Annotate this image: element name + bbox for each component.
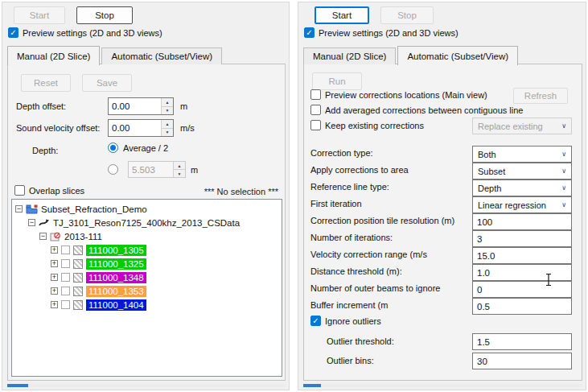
tree-line-item[interactable]: + 111000_1348	[47, 270, 282, 284]
save-button[interactable]: Save	[82, 74, 132, 92]
buffer-increment-input[interactable]	[472, 298, 572, 315]
overlap-slices-row: Overlap slices	[14, 185, 84, 196]
line-label[interactable]: 111000_1348	[86, 272, 146, 283]
distance-threshold-input[interactable]	[472, 264, 572, 281]
spin-up-icon[interactable]: ▲	[162, 98, 173, 107]
replace-existing-select[interactable]: Replace existing ∨	[472, 118, 572, 134]
add-averaged-corrections-checkbox[interactable]	[310, 105, 321, 115]
tree-item-day[interactable]: − 2013-111	[36, 229, 282, 243]
reset-button-label: Reset	[34, 78, 58, 88]
apply-corrections-area-select[interactable]: Subset ∨	[472, 163, 572, 179]
depth-fixed-option: ▲ ▼ m	[108, 161, 198, 178]
vessel-track-icon	[39, 218, 50, 227]
tree-item-vessel-label[interactable]: TJ_3101_Reson7125_400khz_2013_CSData	[53, 218, 240, 228]
collapse-icon[interactable]: −	[39, 233, 47, 240]
first-iteration-select[interactable]: Linear regression ∨	[472, 196, 572, 213]
preview-corrections-checkbox[interactable]	[310, 89, 321, 100]
preview-settings-checkbox[interactable]: ✓	[304, 27, 315, 38]
expand-icon[interactable]: +	[51, 274, 58, 281]
spin-down-icon[interactable]: ▼	[174, 170, 185, 177]
tree-line-item[interactable]: + 111000_1353	[47, 284, 282, 298]
expand-icon[interactable]: +	[51, 260, 58, 267]
expand-icon[interactable]: +	[51, 301, 58, 308]
keep-existing-corrections-checkbox[interactable]	[310, 120, 321, 130]
line-checkbox[interactable]	[61, 259, 70, 268]
start-button[interactable]: Start	[315, 6, 369, 24]
sound-velocity-offset-label: Sound velocity offset:	[16, 123, 100, 133]
spin-down-icon[interactable]: ▼	[162, 129, 173, 137]
outer-beams-ignore-input[interactable]	[472, 281, 572, 298]
line-label[interactable]: 111000_1325	[86, 258, 146, 270]
ignore-outliers-checkbox[interactable]: ✓	[310, 316, 321, 326]
tree-item-vessel[interactable]: − TJ_3101_Reson7125_400khz_2013_CSData	[25, 216, 282, 229]
tree-line-item[interactable]: + 111000_1325	[47, 257, 282, 270]
line-checkbox[interactable]	[61, 287, 70, 295]
depth-offset-input[interactable]	[109, 98, 161, 114]
outlier-threshold-input[interactable]	[472, 333, 572, 350]
first-iteration-value: Linear regression	[478, 200, 546, 210]
spin-down-icon[interactable]: ▼	[162, 107, 173, 115]
line-label[interactable]: 111000_1353	[86, 286, 146, 297]
depth-average-label: Average / 2	[123, 143, 168, 153]
collapse-icon[interactable]: −	[28, 219, 35, 226]
stop-button-label: Stop	[397, 10, 417, 20]
tab-automatic-subset-view[interactable]: Automatic (Subset/View)	[101, 47, 222, 64]
tree-line-item[interactable]: + 111000_1404	[47, 298, 282, 312]
tab-manual-2d-slice[interactable]: Manual (2D Slice)	[303, 47, 396, 64]
keep-existing-corrections-label: Keep existing corrections	[325, 121, 424, 130]
line-checkbox[interactable]	[61, 273, 70, 282]
collapse-icon[interactable]: −	[15, 205, 23, 213]
number-of-iterations-input[interactable]	[472, 230, 572, 247]
settings-tabbar: Manual (2D Slice) Automatic (Subset/View…	[303, 45, 518, 64]
buffer-increment-label: Buffer increment (m	[310, 300, 388, 310]
velocity-correction-range-input[interactable]	[472, 247, 572, 264]
preview-corrections-row: Preview corrections locations (Main view…	[310, 89, 487, 100]
tree-item-project[interactable]: − Subset_Refraction_Demo	[12, 202, 282, 216]
preview-settings-checkbox[interactable]: ✓	[8, 27, 19, 38]
tab-auto-label: Automatic (Subset/View)	[407, 52, 508, 61]
refresh-button[interactable]: Refresh	[513, 88, 568, 104]
tab-automatic-subset-view[interactable]: Automatic (Subset/View)	[397, 46, 518, 65]
tree-item-day-label[interactable]: 2013-111	[64, 232, 102, 241]
line-checkbox[interactable]	[61, 300, 70, 309]
refresh-button-label: Refresh	[524, 91, 557, 101]
reference-line-type-select[interactable]: Depth ∨	[472, 179, 572, 196]
day-folder-icon	[50, 232, 61, 241]
tree-line-item[interactable]: + 111000_1305	[47, 243, 282, 257]
scrollbar-thumb[interactable]	[7, 384, 28, 387]
start-button-label: Start	[30, 10, 49, 20]
manual-tab-content: Reset Save Depth offset: ▲ ▼ m Sound vel…	[7, 64, 286, 381]
spin-up-icon[interactable]: ▲	[162, 120, 173, 129]
expand-icon[interactable]: +	[51, 246, 58, 254]
line-label[interactable]: 111000_1404	[86, 299, 146, 311]
sound-velocity-offset-input[interactable]	[109, 120, 161, 136]
depth-fixed-radio[interactable]	[108, 164, 118, 175]
line-edit-icon	[73, 246, 83, 255]
line-edit-icon	[73, 259, 83, 269]
horizontal-scrollbar[interactable]	[303, 384, 582, 387]
stop-button[interactable]: Stop	[380, 6, 434, 24]
settings-tabbar: Manual (2D Slice) Automatic (Subset/View…	[7, 45, 222, 64]
tab-manual-2d-slice[interactable]: Manual (2D Slice)	[7, 46, 100, 65]
sound-velocity-offset-spinner: ▲ ▼	[108, 119, 174, 137]
outlier-bins-input[interactable]	[472, 353, 572, 369]
expand-icon[interactable]: +	[51, 287, 58, 295]
stop-button[interactable]: Stop	[76, 6, 133, 24]
start-button[interactable]: Start	[14, 6, 65, 24]
depth-average-radio[interactable]	[108, 142, 118, 153]
line-checkbox[interactable]	[61, 246, 70, 254]
correction-type-select[interactable]: Both ∨	[472, 146, 572, 163]
tile-resolution-input[interactable]	[472, 213, 572, 230]
line-label[interactable]: 111000_1305	[86, 245, 146, 256]
scrollbar-thumb[interactable]	[303, 384, 321, 387]
reset-button[interactable]: Reset	[21, 74, 71, 92]
run-button[interactable]: Run	[312, 72, 362, 90]
tree-item-project-label[interactable]: Subset_Refraction_Demo	[41, 204, 147, 214]
automatic-settings-panel: Start Stop ✓ Preview settings (2D and 3D…	[298, 2, 586, 390]
horizontal-scrollbar[interactable]	[7, 384, 286, 387]
reference-line-type-label: Reference line type:	[310, 182, 389, 192]
overlap-slices-checkbox[interactable]	[14, 185, 25, 196]
spin-up-icon[interactable]: ▲	[174, 162, 185, 170]
check-icon: ✓	[10, 29, 16, 37]
depth-fixed-input[interactable]	[129, 162, 173, 177]
